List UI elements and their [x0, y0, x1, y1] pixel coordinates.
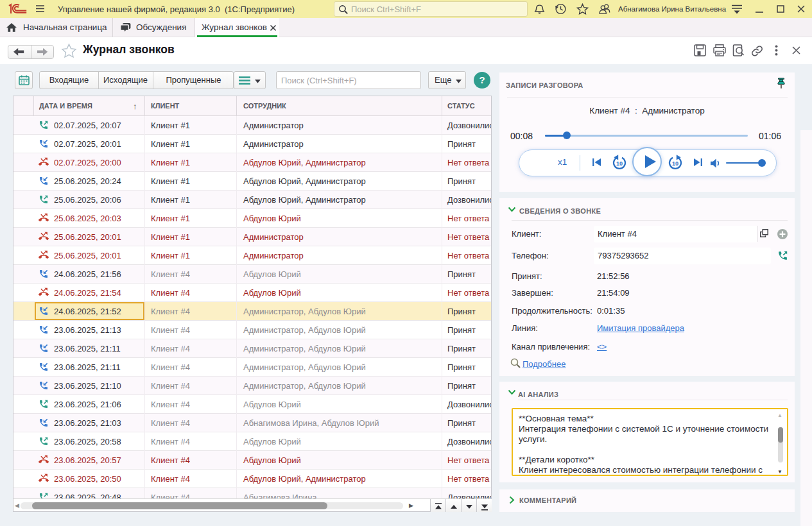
svg-text:10: 10 — [672, 160, 678, 167]
svg-text:10: 10 — [616, 160, 623, 167]
